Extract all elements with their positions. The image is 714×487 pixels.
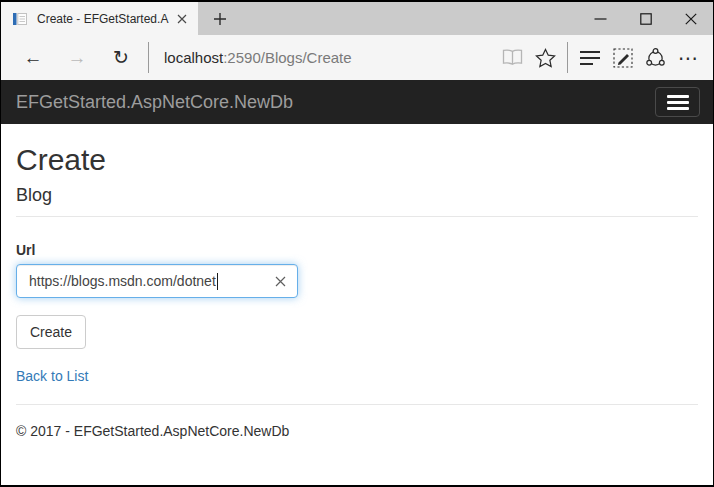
minimize-button[interactable] — [578, 2, 623, 35]
tab-bar: Create - EFGetStarted.A — [1, 2, 713, 35]
back-link-row: Back to List — [16, 349, 698, 385]
create-button[interactable]: Create — [16, 315, 86, 349]
divider — [16, 216, 698, 217]
tab-title: Create - EFGetStarted.A — [37, 12, 170, 26]
hamburger-bar — [667, 107, 689, 110]
page-subtitle: Blog — [16, 185, 698, 206]
web-note-icon[interactable] — [606, 39, 639, 77]
submit-row: Create — [16, 298, 698, 349]
favicon-icon — [12, 11, 28, 27]
url-input[interactable]: https://blogs.msdn.com/dotnet — [16, 264, 298, 298]
browser-toolbar: ← → ↻ localhost:2590/Blogs/Create — [1, 35, 713, 80]
browser-window: Create - EFGetStarted.A ← → ↻ localhost:… — [0, 0, 714, 487]
more-actions-icon[interactable]: ⋯ — [672, 39, 705, 77]
address-bar[interactable]: localhost:2590/Blogs/Create — [164, 49, 496, 66]
clear-input-icon[interactable] — [267, 268, 293, 294]
back-icon[interactable]: ← — [11, 39, 55, 77]
toolbar-divider — [567, 42, 568, 73]
page-content: Create Blog Url https://blogs.msdn.com/d… — [1, 124, 713, 485]
reading-view-icon[interactable] — [496, 39, 529, 77]
toolbar-divider — [148, 42, 149, 73]
hub-lines — [580, 49, 600, 67]
forward-icon[interactable]: → — [55, 39, 99, 77]
new-tab-button[interactable] — [198, 2, 242, 35]
address-path: :2590/Blogs/Create — [223, 49, 351, 66]
copyright-text: © 2017 - EFGetStarted.AspNetCore.NewDb — [16, 423, 698, 439]
url-input-value: https://blogs.msdn.com/dotnet — [29, 273, 216, 289]
footer-divider — [16, 404, 698, 405]
text-caret — [217, 273, 218, 290]
hamburger-bar — [667, 101, 689, 104]
hub-icon[interactable] — [573, 39, 606, 77]
share-icon[interactable] — [639, 39, 672, 77]
close-window-button[interactable] — [668, 2, 713, 35]
navbar-hamburger-button[interactable] — [655, 87, 700, 117]
hamburger-bar — [667, 95, 689, 98]
url-field-wrap: https://blogs.msdn.com/dotnet — [16, 264, 298, 298]
site-navbar: EFGetStarted.AspNetCore.NewDb — [1, 80, 713, 124]
titlebar-drag-area — [242, 2, 578, 35]
site-footer: © 2017 - EFGetStarted.AspNetCore.NewDb — [16, 423, 698, 439]
back-to-list-link[interactable]: Back to List — [16, 368, 88, 384]
maximize-button[interactable] — [623, 2, 668, 35]
url-field-label: Url — [16, 242, 698, 258]
navbar-brand-link[interactable]: EFGetStarted.AspNetCore.NewDb — [16, 92, 293, 113]
refresh-icon[interactable]: ↻ — [99, 39, 143, 77]
favorites-star-icon[interactable] — [529, 39, 562, 77]
address-host: localhost — [164, 49, 223, 66]
page-title: Create — [16, 143, 698, 176]
browser-tab[interactable]: Create - EFGetStarted.A — [1, 2, 198, 35]
tab-close-icon[interactable] — [170, 7, 194, 31]
